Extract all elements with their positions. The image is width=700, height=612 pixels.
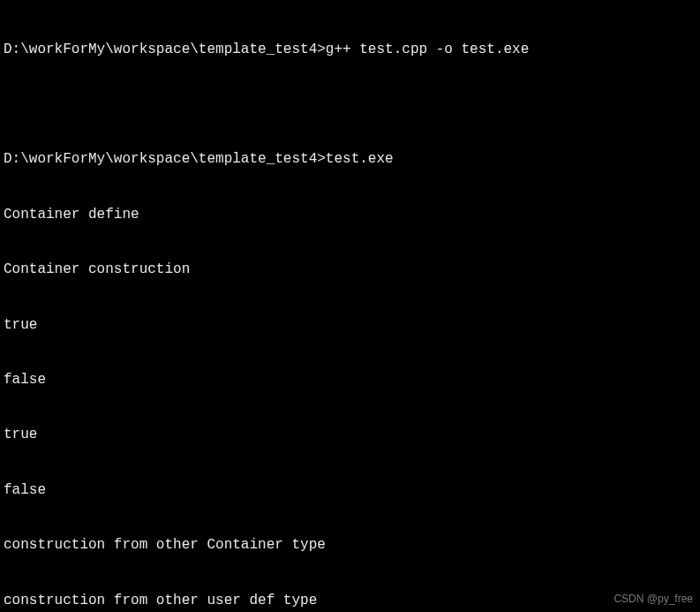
command-text: test.exe <box>326 150 394 169</box>
output-line: true <box>4 426 696 444</box>
output-line: Container define <box>4 206 696 224</box>
output-line: false <box>4 481 696 500</box>
prompt-path: D:\workForMy\workspace\template_test4> <box>4 41 326 59</box>
output-line: construction from other user def type <box>4 592 696 610</box>
output-line: Container construction <box>4 261 696 279</box>
command-line-1: D:\workForMy\workspace\template_test4>g+… <box>4 41 696 59</box>
blank-line <box>4 95 696 114</box>
output-line: true <box>4 316 696 335</box>
output-line: false <box>4 371 696 389</box>
prompt-path: D:\workForMy\workspace\template_test4> <box>4 150 326 169</box>
output-line: construction from other Container type <box>4 536 696 555</box>
watermark-text: CSDN @py_free <box>613 593 693 607</box>
command-line-2: D:\workForMy\workspace\template_test4>te… <box>4 150 696 169</box>
command-text: g++ test.cpp -o test.exe <box>326 41 529 59</box>
terminal-window[interactable]: D:\workForMy\workspace\template_test4>g+… <box>4 4 696 612</box>
